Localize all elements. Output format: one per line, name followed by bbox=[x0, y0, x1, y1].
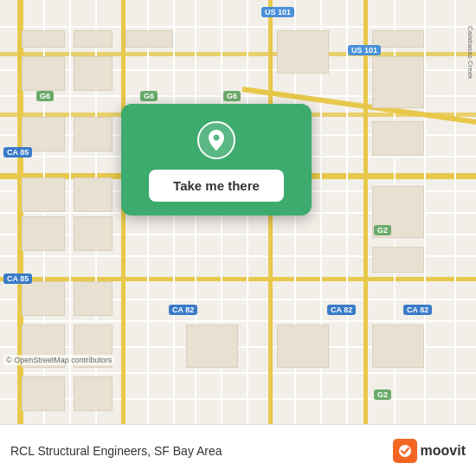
svg-point-0 bbox=[198, 122, 235, 158]
road-badge-us101-2: US 101 bbox=[348, 45, 381, 55]
road-badge-g6-1: G6 bbox=[36, 91, 54, 101]
moovit-logo: moovit bbox=[393, 439, 466, 463]
road-badge-ca82-2: CA 82 bbox=[327, 305, 356, 315]
moovit-text: moovit bbox=[421, 443, 466, 459]
popup-card: Take me there bbox=[121, 104, 312, 215]
road-badge-g2-1: G2 bbox=[374, 225, 391, 235]
road-badge-g2-2: G2 bbox=[374, 389, 391, 400]
road-badge-ca82-1: CA 82 bbox=[169, 305, 197, 315]
map-container: US 101 US 101 G6 G6 G6 CA 85 CA 85 CA 82… bbox=[0, 0, 476, 424]
road-badge-g6-2: G6 bbox=[140, 91, 158, 101]
road-badge-ca85-2: CA 85 bbox=[3, 273, 32, 284]
road-badge-g6-3: G6 bbox=[223, 91, 241, 101]
road-badge-us101-1: US 101 bbox=[261, 7, 294, 17]
company-name: RCL Structural Engineers, SF Bay Area bbox=[10, 444, 222, 458]
osm-attribution: © OpenStreetMap contributors bbox=[3, 355, 114, 365]
road-badge-ca82-3: CA 82 bbox=[403, 305, 432, 315]
bottom-bar: RCL Structural Engineers, SF Bay Area mo… bbox=[0, 424, 476, 476]
road-badge-ca85-1: CA 85 bbox=[3, 147, 32, 158]
location-pin-icon bbox=[197, 121, 235, 159]
moovit-icon bbox=[393, 439, 417, 463]
calabasas-label: Calabasas Creek bbox=[466, 26, 474, 79]
take-me-there-button[interactable]: Take me there bbox=[149, 170, 284, 202]
